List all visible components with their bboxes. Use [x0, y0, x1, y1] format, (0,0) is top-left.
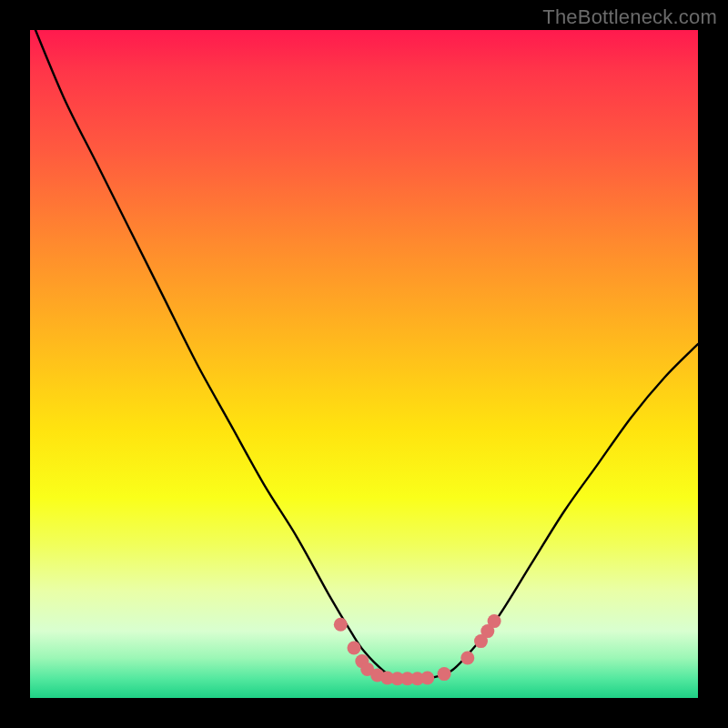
highlight-dot: [438, 667, 451, 681]
highlight-dot: [420, 672, 434, 685]
highlight-dot: [460, 652, 474, 665]
highlight-dots-group: [334, 614, 501, 685]
watermark-text: TheBottleneck.com: [542, 5, 717, 29]
bottleneck-curve: [30, 16, 698, 678]
highlight-dot: [488, 614, 501, 628]
highlight-dot: [334, 618, 348, 632]
highlight-dot: [348, 642, 361, 655]
chart-svg: [30, 30, 698, 698]
